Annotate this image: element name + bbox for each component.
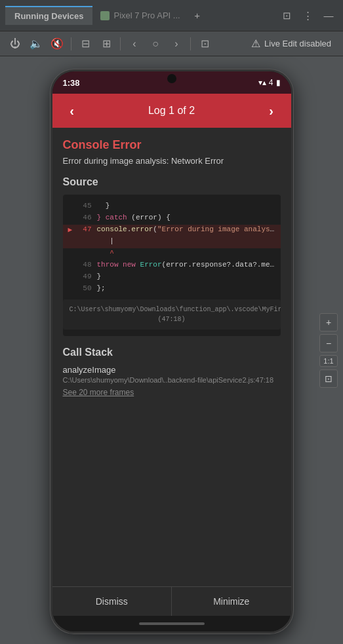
source-section-title: Source (63, 176, 281, 188)
volume-up-button[interactable]: 🔈 (26, 34, 46, 54)
call-stack-path: C:\Users\shumyomy\Download\..backend-fil… (63, 376, 281, 384)
log-title: Log 1 of 2 (148, 105, 195, 117)
layout-btn-2[interactable]: ⊞ (96, 34, 116, 54)
phone-frame: 1:38 ▾▴ 4 ▮ ‹ Log 1 of 2 › Console Error… (50, 69, 293, 634)
forward-button[interactable]: › (167, 34, 186, 54)
layout-btn-1[interactable]: ⊟ (75, 34, 95, 54)
error-message: Error during image analysis: Network Err… (63, 156, 281, 166)
next-log-button[interactable]: › (262, 102, 280, 120)
title-bar: Running Devices Pixel 7 Pro API ... + ⊡ … (0, 0, 343, 31)
code-line-caret: | (63, 237, 281, 248)
phone-status-bar: 1:38 ▾▴ 4 ▮ (52, 71, 291, 94)
home-button[interactable]: ○ (146, 34, 165, 54)
phone-body: Console Error Error during image analysi… (52, 128, 291, 586)
fit-screen-button[interactable]: ⊡ (319, 369, 338, 388)
window-actions: ⊡ ⋮ — (277, 7, 338, 25)
main-content: 1:38 ▾▴ 4 ▮ ‹ Log 1 of 2 › Console Error… (0, 56, 343, 644)
live-edit-badge: ⚠ Live Edit disabled (245, 35, 338, 52)
prev-log-button[interactable]: ‹ (63, 102, 81, 120)
zoom-in-button[interactable]: + (319, 313, 338, 331)
more-actions-button[interactable]: ⋮ (298, 7, 317, 25)
call-stack-title: Call Stack (63, 347, 281, 358)
power-button[interactable]: ⏻ (5, 34, 25, 54)
code-block: 45 } 46 } catch (error) { ▶ 47 console.e… (63, 195, 281, 336)
separator-3 (190, 37, 191, 50)
running-devices-tab[interactable]: Running Devices (5, 6, 92, 25)
warning-icon: ⚠ (251, 37, 260, 50)
home-bar (139, 622, 205, 625)
separator-2 (120, 37, 121, 50)
code-line-45: 45 } (63, 201, 281, 213)
side-controls: + − 1:1 ⊡ (319, 313, 338, 388)
call-stack-section: Call Stack analyzeImage C:\Users\shumyom… (63, 347, 281, 397)
code-line-caret2: ^ (63, 248, 281, 260)
pin-button[interactable]: ⊡ (277, 7, 296, 25)
toolbar: ⏻ 🔈 🔇 ⊟ ⊞ ‹ ○ › ⊡ ⚠ Live Edit disabled (0, 31, 343, 56)
pixel-tab-label: Pixel 7 Pro API ... (113, 10, 180, 20)
status-icons: ▾▴ 4 ▮ (258, 78, 281, 87)
code-line-46: 46 } catch (error) { (63, 213, 281, 225)
live-edit-text: Live Edit disabled (264, 39, 331, 48)
back-button[interactable]: ‹ (125, 34, 144, 54)
pixel-tab[interactable]: Pixel 7 Pro API ... (92, 7, 188, 24)
minimize-button[interactable]: — (319, 7, 338, 25)
running-devices-label: Running Devices (14, 11, 83, 21)
status-time: 1:38 (63, 78, 80, 88)
code-line-48: 48 throw new Error(error.response?.data?… (63, 260, 281, 272)
file-path: C:\Users\shumyomy\Downloads\function_app… (63, 299, 281, 330)
separator-1 (71, 37, 71, 50)
see-more-frames[interactable]: See 20 more frames (63, 388, 281, 397)
camera-notch (167, 74, 176, 83)
zoom-ratio-label[interactable]: 1:1 (319, 355, 338, 367)
screenshot-button[interactable]: ⊡ (195, 34, 214, 54)
code-line-49: 49 } (63, 272, 281, 284)
minimize-button[interactable]: Minimize (171, 587, 291, 616)
dismiss-button[interactable]: Dismiss (52, 587, 172, 616)
error-title: Console Error (63, 138, 281, 152)
home-indicator (52, 616, 291, 632)
volume-down-button[interactable]: 🔇 (47, 34, 67, 54)
device-tab-icon (100, 11, 110, 20)
call-stack-fn: analyzeImage (63, 365, 281, 375)
zoom-out-button[interactable]: − (319, 334, 338, 352)
phone-bottom-bar: Dismiss Minimize (52, 586, 291, 616)
code-line-47: ▶ 47 console.error("Error during image a… (63, 225, 281, 237)
log-header: ‹ Log 1 of 2 › (52, 94, 291, 128)
code-line-50: 50 }; (63, 284, 281, 295)
add-tab-button[interactable]: + (188, 7, 207, 25)
